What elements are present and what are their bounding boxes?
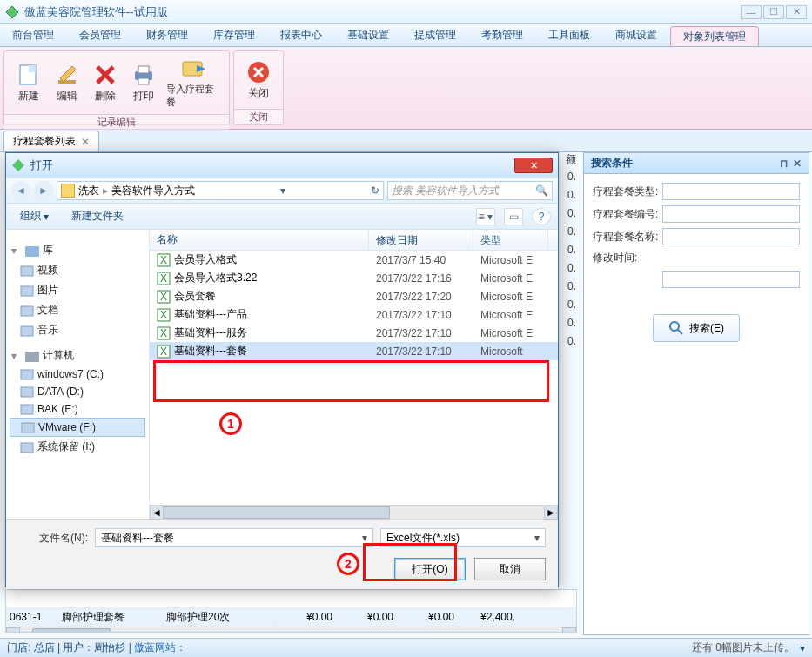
delete-button[interactable]: 删除 bbox=[86, 55, 124, 111]
scroll-left-icon[interactable]: ◄ bbox=[150, 506, 164, 520]
label-name: 疗程套餐名称: bbox=[593, 230, 662, 245]
svg-rect-27 bbox=[21, 405, 33, 414]
table-row[interactable] bbox=[6, 590, 576, 608]
filename-input[interactable]: 基础资料---套餐▾ bbox=[95, 528, 373, 547]
tree-item[interactable]: DATA (D:) bbox=[10, 383, 145, 400]
chevron-down-icon[interactable]: ▾ bbox=[362, 532, 367, 544]
file-row[interactable]: X会员套餐2017/3/22 17:20Microsoft E bbox=[150, 287, 558, 305]
file-row[interactable]: X会员导入格式2017/3/7 15:40Microsoft E bbox=[150, 251, 558, 269]
pin-icon[interactable]: ⊓ bbox=[780, 158, 788, 170]
menu-item-8[interactable]: 工具面板 bbox=[536, 24, 603, 46]
menu-item-0[interactable]: 前台管理 bbox=[0, 24, 67, 46]
panel-close-icon[interactable]: ✕ bbox=[793, 158, 802, 170]
input-code[interactable] bbox=[662, 205, 800, 223]
menu-item-6[interactable]: 提成管理 bbox=[402, 24, 469, 46]
file-row[interactable]: X基础资料---套餐2017/3/22 17:10Microsoft bbox=[150, 342, 558, 360]
breadcrumb[interactable]: 洗衣 ▸ 美容软件导入方式 ▾ ↻ bbox=[57, 181, 384, 200]
menu-item-10[interactable]: 对象列表管理 bbox=[670, 26, 759, 46]
svg-text:X: X bbox=[160, 327, 167, 339]
file-row[interactable]: X基础资料---产品2017/3/22 17:10Microsoft E bbox=[150, 305, 558, 324]
tree-item[interactable]: BAK (E:) bbox=[10, 400, 145, 418]
file-row[interactable]: X基础资料---服务2017/3/22 17:10Microsoft E bbox=[150, 324, 558, 342]
file-row[interactable]: X会员导入格式3.222017/3/22 17:16Microsoft E bbox=[150, 269, 558, 287]
search-button[interactable]: 搜索(E) bbox=[653, 314, 740, 342]
chevron-down-icon[interactable]: ▾ bbox=[534, 532, 540, 544]
minimize-button[interactable]: — bbox=[741, 5, 762, 19]
close-window-button[interactable]: ✕ bbox=[786, 5, 807, 19]
table-row[interactable]: 0631-1脚部护理套餐脚部护理20次¥0.00¥0.00¥0.00¥2,400… bbox=[6, 608, 576, 627]
menu-item-1[interactable]: 会员管理 bbox=[67, 24, 134, 46]
open-button[interactable]: 打开(O) bbox=[394, 558, 466, 580]
refresh-icon[interactable]: ↻ bbox=[371, 184, 379, 197]
grid-cut-column: 额0.0.0.0.0.0.0.0.0.0. bbox=[557, 152, 576, 589]
scroll-right-icon[interactable]: ► bbox=[544, 506, 558, 520]
status-upload-count: 还有 0幅图片未上传。 bbox=[692, 640, 795, 655]
tree-header[interactable]: ▾库 bbox=[10, 240, 145, 260]
new-button[interactable]: 新建 bbox=[10, 55, 48, 111]
svg-text:X: X bbox=[160, 291, 167, 303]
grid-scrollbar[interactable]: ◄ ► bbox=[6, 627, 576, 633]
input-type[interactable] bbox=[662, 183, 800, 200]
tree-header[interactable]: ▾计算机 bbox=[10, 345, 145, 365]
view-mode-button[interactable]: ≡ ▾ bbox=[476, 208, 495, 225]
maximize-button[interactable]: ☐ bbox=[763, 5, 784, 19]
status-website-link[interactable]: 傲蓝网站： bbox=[134, 640, 186, 655]
dialog-search-input[interactable]: 搜索 美容软件导入方式 🔍 bbox=[387, 181, 553, 200]
menu-item-5[interactable]: 基础设置 bbox=[335, 24, 402, 46]
ribbon: 新建 编辑 删除 打印 导入疗程套餐 记录编辑 关 bbox=[0, 47, 812, 130]
menu-item-2[interactable]: 财务管理 bbox=[134, 24, 201, 46]
tree-item[interactable]: 系统保留 (I:) bbox=[10, 437, 145, 457]
import-package-button[interactable]: 导入疗程套餐 bbox=[163, 55, 224, 111]
drive-icon bbox=[20, 368, 34, 380]
dialog-close-button[interactable]: ✕ bbox=[514, 158, 553, 173]
expand-icon[interactable]: ▾ bbox=[11, 245, 20, 257]
cancel-button[interactable]: 取消 bbox=[474, 558, 546, 580]
menu-item-4[interactable]: 报表中心 bbox=[268, 24, 335, 46]
print-button[interactable]: 打印 bbox=[124, 55, 163, 111]
file-list-scrollbar[interactable]: ◄ ► bbox=[150, 505, 558, 519]
tree-item[interactable]: 视频 bbox=[10, 260, 145, 280]
tree-item[interactable]: windows7 (C:) bbox=[10, 365, 145, 383]
crumb-seg2[interactable]: 美容软件导入方式 bbox=[111, 184, 195, 198]
menu-item-7[interactable]: 考勤管理 bbox=[469, 24, 536, 46]
dialog-icon bbox=[11, 158, 25, 172]
tree-item[interactable]: VMware (F:) bbox=[10, 418, 145, 437]
help-button[interactable]: ? bbox=[532, 208, 551, 225]
menu-item-3[interactable]: 库存管理 bbox=[201, 24, 268, 46]
chevron-down-icon[interactable]: ▾ bbox=[800, 642, 805, 654]
col-type[interactable]: 类型 bbox=[473, 230, 548, 250]
input-modtime[interactable] bbox=[662, 271, 800, 288]
col-date[interactable]: 修改日期 bbox=[369, 230, 473, 250]
close-button[interactable]: 关闭 bbox=[239, 55, 278, 105]
input-name[interactable] bbox=[662, 228, 800, 245]
filetype-select[interactable]: Excel文件(*.xls)▾ bbox=[380, 528, 546, 547]
col-name[interactable]: 名称 bbox=[150, 230, 369, 250]
pencil-icon bbox=[55, 63, 79, 87]
scroll-thumb[interactable] bbox=[164, 506, 390, 519]
close-icon[interactable]: ✕ bbox=[81, 136, 90, 148]
edit-button[interactable]: 编辑 bbox=[48, 55, 86, 111]
nav-forward-button[interactable]: ► bbox=[34, 181, 53, 200]
doc-tab-package-list[interactable]: 疗程套餐列表 ✕ bbox=[3, 131, 99, 151]
excel-file-icon: X bbox=[157, 308, 171, 322]
tree-item[interactable]: 文档 bbox=[10, 300, 145, 320]
preview-pane-button[interactable]: ▭ bbox=[504, 208, 523, 225]
tree-item[interactable]: 图片 bbox=[10, 280, 145, 300]
library-icon bbox=[20, 305, 34, 317]
scroll-left-icon[interactable]: ◄ bbox=[6, 627, 20, 633]
scroll-right-icon[interactable]: ► bbox=[562, 627, 576, 633]
new-folder-button[interactable]: 新建文件夹 bbox=[64, 206, 131, 226]
nav-back-button[interactable]: ◄ bbox=[11, 181, 30, 200]
tree-item[interactable]: 音乐 bbox=[10, 320, 145, 340]
organize-button[interactable]: 组织▾ bbox=[13, 206, 56, 226]
doc-tab-label: 疗程套餐列表 bbox=[13, 134, 76, 149]
dialog-titlebar: 打开 ✕ bbox=[6, 153, 558, 178]
scroll-thumb[interactable] bbox=[32, 628, 111, 633]
crumb-seg1[interactable]: 洗衣 bbox=[78, 184, 99, 198]
expand-icon[interactable]: ▾ bbox=[11, 350, 20, 362]
label-type: 疗程套餐类型: bbox=[593, 184, 662, 199]
menu-item-9[interactable]: 商城设置 bbox=[603, 24, 670, 46]
dropdown-icon[interactable]: ▾ bbox=[280, 184, 285, 197]
svg-rect-23 bbox=[21, 326, 33, 336]
close-red-icon bbox=[246, 60, 271, 84]
